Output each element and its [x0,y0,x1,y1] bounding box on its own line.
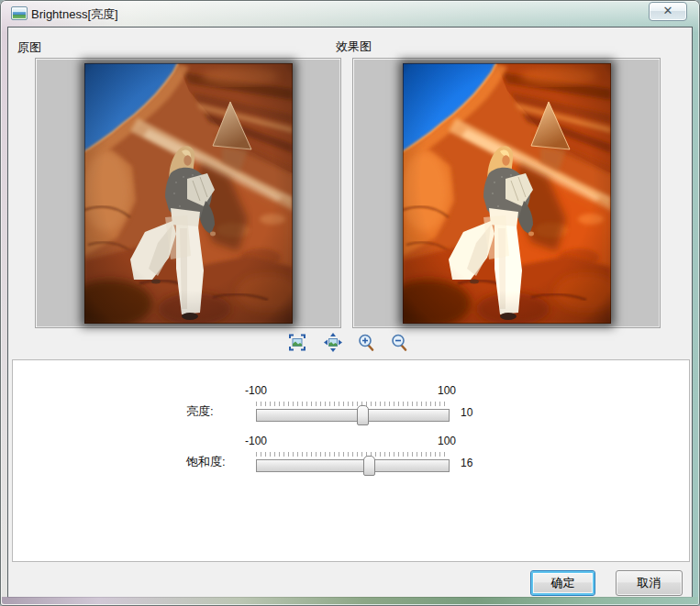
actual-size-icon [324,333,342,352]
saturation-slider[interactable] [256,459,450,472]
saturation-max-label: 100 [414,435,456,447]
brightness-tick-marks [256,402,449,406]
close-icon: ✕ [663,5,673,17]
zoom-out-button[interactable] [390,333,408,352]
brightness-slider-thumb[interactable] [357,405,369,425]
original-image-panel [35,58,341,328]
ok-button-label: 确定 [551,576,575,589]
title-bar[interactable]: Brightness[亮度] ✕ [0,0,700,27]
brightness-slider-group: 亮度: -100 100 10 [186,384,503,424]
original-image-label: 原图 [17,39,41,56]
effect-image [403,63,611,324]
effect-image-panel [352,58,661,328]
saturation-tick-marks [256,452,449,457]
actual-size-button[interactable] [324,333,342,352]
original-image [84,63,293,324]
brightness-max-label: 100 [414,384,456,397]
brightness-min-label: -100 [245,384,267,397]
fit-view-icon [288,333,306,352]
brightness-slider[interactable] [256,409,450,422]
saturation-value: 16 [461,457,472,469]
brightness-label: 亮度: [186,403,214,420]
dialog-client-area: 原图 效果图 [7,27,693,598]
app-image-icon [11,6,28,20]
saturation-label: 饱和度: [186,454,226,470]
brightness-dialog-window: Brightness[亮度] ✕ 原图 效果图 [0,0,700,606]
zoom-out-icon [390,333,408,352]
effect-image-label: 效果图 [336,39,372,55]
cancel-button-label: 取消 [638,576,661,589]
saturation-min-label: -100 [245,435,267,447]
ok-button[interactable]: 确定 [530,570,595,596]
zoom-in-button[interactable] [357,333,375,352]
saturation-slider-thumb[interactable] [363,456,375,476]
zoom-in-icon [357,333,375,352]
brightness-value: 10 [461,406,472,419]
cancel-button[interactable]: 取消 [616,570,683,596]
fit-view-button[interactable] [288,333,306,352]
close-button[interactable]: ✕ [649,2,687,21]
saturation-slider-group: 饱和度: -100 100 16 [186,435,503,475]
window-title: Brightness[亮度] [31,6,118,23]
